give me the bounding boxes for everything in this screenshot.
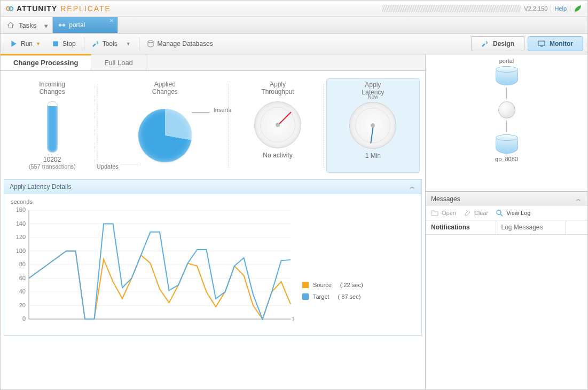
- gauge-icon: [254, 101, 301, 148]
- run-label: Run: [21, 40, 33, 47]
- tab-log-messages[interactable]: Log Messages: [496, 220, 567, 234]
- toolbar: Run ▼ Stop Tools ▼ Manage Databases Desi…: [1, 34, 587, 54]
- card-apply-latency[interactable]: Apply Latency Now 1 Min: [326, 78, 420, 173]
- legend-source: Source ( 22 sec): [302, 282, 363, 288]
- globe-icon[interactable]: [498, 101, 515, 118]
- monitor-mode-button[interactable]: Monitor: [528, 36, 583, 51]
- eraser-icon: [464, 209, 471, 217]
- logo-icon: [6, 5, 13, 12]
- version-label: V2.2.150: [524, 5, 547, 12]
- chevron-down-icon: ▼: [126, 41, 131, 46]
- tab-notifications[interactable]: Notifications: [426, 220, 496, 234]
- task-tab-label: portal: [69, 21, 85, 29]
- legend-target-label: Target: [313, 293, 330, 300]
- home-icon: [7, 21, 14, 29]
- collapse-icon[interactable]: ︽: [576, 195, 582, 203]
- database-icon[interactable]: [496, 134, 518, 154]
- chevron-down-icon: ▼: [36, 41, 41, 46]
- top-bar: ATTUNITY REPLICATE V2.2.150 Help: [1, 1, 587, 17]
- right-pane: portal gp_8080 Messages ︽ Open: [426, 54, 587, 389]
- help-link[interactable]: Help: [551, 5, 570, 12]
- tasks-home-tab[interactable]: Tasks ▾: [1, 17, 53, 33]
- legend-swatch-icon: [302, 282, 309, 288]
- tab-full-load[interactable]: Full Load: [91, 54, 146, 70]
- messages-toolbar: Open Clear View Log: [426, 206, 587, 220]
- run-button[interactable]: Run ▼: [5, 38, 46, 50]
- card-title: Apply Throughput: [232, 81, 323, 96]
- svg-text:160: 160: [16, 207, 26, 213]
- needle-icon: [278, 112, 291, 125]
- close-icon[interactable]: ✕: [109, 18, 114, 23]
- inserts-label: Inserts: [214, 107, 231, 113]
- card-apply-throughput[interactable]: Apply Throughput No activity: [231, 78, 324, 173]
- stop-label: Stop: [62, 40, 76, 47]
- pie-chart: Inserts Updates: [122, 101, 208, 171]
- open-button[interactable]: Open: [431, 209, 456, 217]
- task-icon: [58, 21, 66, 29]
- legend-target: Target ( 87 sec): [302, 293, 363, 300]
- svg-text:120: 120: [16, 234, 26, 240]
- leaf-icon[interactable]: [574, 4, 582, 13]
- main-area: Change Processing Full Load Incoming Cha…: [1, 54, 587, 389]
- design-mode-button[interactable]: Design: [471, 36, 524, 51]
- card-title: Incoming Changes: [7, 81, 97, 96]
- brand-name-1: ATTUNITY: [17, 4, 57, 13]
- view-log-button[interactable]: View Log: [496, 209, 530, 217]
- throughput-status: No activity: [232, 152, 323, 159]
- svg-text:60: 60: [19, 274, 26, 281]
- messages-header[interactable]: Messages ︽: [426, 192, 587, 206]
- panel-header[interactable]: Apply Latency Details ︽: [4, 180, 421, 194]
- tabs-row: Tasks ▾ portal ✕: [1, 17, 587, 34]
- svg-text:80: 80: [19, 261, 26, 267]
- thermometer-icon: [47, 101, 58, 153]
- needle-icon: [371, 125, 374, 144]
- tools-button[interactable]: Tools ▼: [87, 38, 137, 50]
- svg-text:140: 140: [16, 220, 26, 226]
- search-icon: [496, 209, 503, 217]
- stop-button[interactable]: Stop: [46, 38, 82, 50]
- brand-logo: ATTUNITY REPLICATE: [6, 4, 111, 13]
- database-icon[interactable]: [496, 66, 518, 85]
- panel-body: seconds 020406080100120140160Time Source…: [4, 194, 421, 335]
- svg-point-6: [148, 41, 153, 43]
- task-tab-portal[interactable]: portal ✕: [53, 17, 117, 33]
- svg-text:Time: Time: [292, 316, 294, 322]
- svg-text:100: 100: [16, 247, 26, 253]
- source-db-label: portal: [499, 58, 514, 64]
- svg-text:40: 40: [19, 288, 26, 295]
- monitor-label: Monitor: [550, 40, 573, 47]
- svg-text:20: 20: [19, 301, 26, 308]
- incoming-value: 10202: [7, 156, 97, 163]
- card-incoming-changes[interactable]: Incoming Changes 10202 (557 transactions…: [6, 78, 98, 173]
- svg-point-30: [497, 210, 501, 214]
- tasks-home-label: Tasks: [19, 21, 36, 29]
- collapse-icon[interactable]: ︽: [410, 183, 416, 190]
- legend-source-label: Source: [313, 282, 332, 288]
- design-label: Design: [493, 40, 514, 47]
- apply-latency-details-panel: Apply Latency Details ︽ seconds 02040608…: [4, 179, 422, 336]
- updates-label: Updates: [97, 163, 119, 170]
- svg-rect-5: [53, 41, 58, 46]
- play-icon: [10, 40, 18, 47]
- incoming-sub: (557 transactions): [7, 163, 97, 170]
- chevron-down-icon[interactable]: ▾: [44, 22, 48, 30]
- messages-panel: Messages ︽ Open Clear View Log: [426, 192, 587, 389]
- tools-label: Tools: [103, 40, 117, 47]
- wrench-icon: [481, 40, 489, 47]
- brand-name-2: REPLICATE: [60, 4, 111, 13]
- messages-tabs: Notifications Log Messages: [426, 220, 587, 235]
- svg-line-31: [500, 214, 503, 216]
- tab-change-processing[interactable]: Change Processing: [1, 54, 91, 70]
- latency-line-chart: 020406080100120140160Time: [11, 207, 294, 330]
- dashboard-cards: Incoming Changes 10202 (557 transactions…: [1, 71, 425, 176]
- messages-body: [426, 235, 587, 389]
- card-applied-changes[interactable]: Applied Changes Inserts Updates: [100, 78, 229, 173]
- wrench-icon: [92, 40, 99, 47]
- svg-rect-7: [538, 41, 545, 45]
- app-root: ATTUNITY REPLICATE V2.2.150 Help Tasks ▾…: [0, 0, 588, 390]
- clear-button[interactable]: Clear: [464, 209, 488, 217]
- manage-databases-button[interactable]: Manage Databases: [142, 38, 219, 50]
- tab-overflow: [566, 220, 587, 234]
- folder-open-icon: [431, 209, 438, 217]
- now-label: Now: [350, 94, 396, 100]
